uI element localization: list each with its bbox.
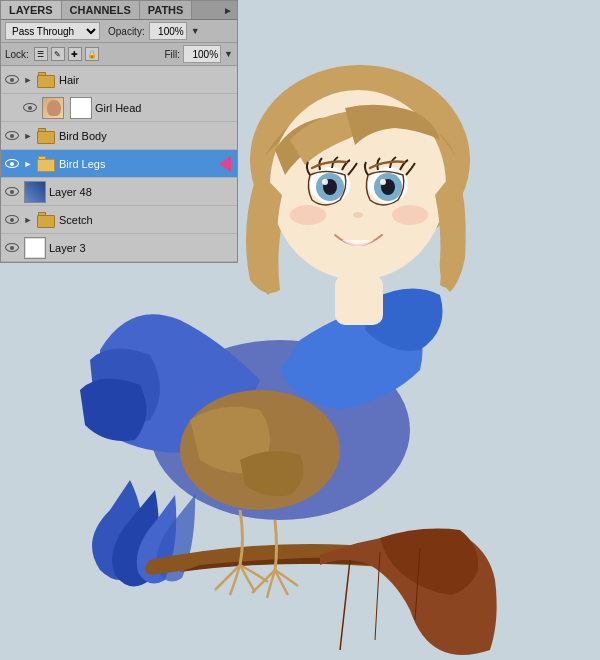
layer-name-girl-head: Girl Head [95,102,235,114]
layer-name-hair: Hair [59,74,235,86]
visibility-icon-bird-body[interactable] [3,127,21,145]
blend-opacity-row: Pass Through Normal Multiply Opacity: ▼ [1,20,237,43]
tab-channels[interactable]: CHANNELS [62,1,140,19]
lock-checkerboard-icon[interactable]: ☰ [34,47,48,61]
layer-name-layer48: Layer 48 [49,186,235,198]
visibility-icon-bird-legs[interactable] [3,155,21,173]
lock-brush-icon[interactable]: ✎ [51,47,65,61]
layer-row-bird-body[interactable]: ► Bird Body [1,122,237,150]
panel-menu-button[interactable]: ► [219,1,237,19]
expand-arrow-bird-legs[interactable]: ► [21,157,35,171]
folder-icon-sketch [37,212,57,228]
layers-panel: LAYERS CHANNELS PATHS ► Pass Through Nor… [0,0,238,263]
layer-thumbnail-layer3 [24,237,46,259]
tab-bar: LAYERS CHANNELS PATHS ► [1,1,237,20]
lock-label: Lock: [5,49,29,60]
tab-layers[interactable]: LAYERS [1,1,62,19]
lock-row: Lock: ☰ ✎ ✚ 🔒 Fill: ▼ [1,43,237,66]
layer-row-hair[interactable]: ► Hair [1,66,237,94]
svg-rect-21 [335,275,383,325]
folder-icon-bird-legs [37,156,57,172]
folder-icon-hair [37,72,57,88]
tab-paths[interactable]: PATHS [140,1,193,19]
layer-thumbnail-girl-head [42,97,64,119]
opacity-arrow[interactable]: ▼ [191,26,200,36]
layer-row-girl-head[interactable]: Girl Head [1,94,237,122]
folder-icon-bird-body [37,128,57,144]
layer-row-layer48[interactable]: Layer 48 [1,178,237,206]
visibility-icon-sketch[interactable] [3,211,21,229]
layer-name-sketch: Sсetch [59,214,235,226]
visibility-icon-layer3[interactable] [3,239,21,257]
layer-mask-girl-head [70,97,92,119]
svg-point-16 [353,212,363,218]
visibility-icon-hair[interactable] [3,71,21,89]
lock-all-icon[interactable]: 🔒 [85,47,99,61]
opacity-label: Opacity: [108,26,145,37]
svg-point-17 [290,205,326,225]
layer-thumbnail-layer48 [24,181,46,203]
fill-input[interactable] [183,45,221,63]
layer-name-layer3: Layer 3 [49,242,235,254]
svg-point-15 [380,179,386,185]
visibility-icon-girl-head[interactable] [21,99,39,117]
expand-arrow-bird-body[interactable]: ► [21,129,35,143]
layer-row-sketch[interactable]: ► Sсetch [1,206,237,234]
svg-point-18 [392,205,428,225]
layer-row-bird-legs[interactable]: ► Bird Legs [1,150,237,178]
visibility-icon-layer48[interactable] [3,183,21,201]
fill-arrow[interactable]: ▼ [224,49,233,59]
blend-mode-select[interactable]: Pass Through Normal Multiply [5,22,100,40]
expand-arrow-sketch[interactable]: ► [21,213,35,227]
layer-name-bird-body: Bird Body [59,130,235,142]
lock-move-icon[interactable]: ✚ [68,47,82,61]
opacity-input[interactable] [149,22,187,40]
fill-label: Fill: [165,49,181,60]
layer-name-bird-legs: Bird Legs [59,158,215,170]
layers-list: ► Hair Girl Head [1,66,237,262]
main-container: LAYERS CHANNELS PATHS ► Pass Through Nor… [0,0,600,660]
layer-row-layer3[interactable]: Layer 3 [1,234,237,262]
expand-arrow-hair[interactable]: ► [21,73,35,87]
svg-point-14 [322,179,328,185]
selected-layer-arrow [215,154,235,174]
